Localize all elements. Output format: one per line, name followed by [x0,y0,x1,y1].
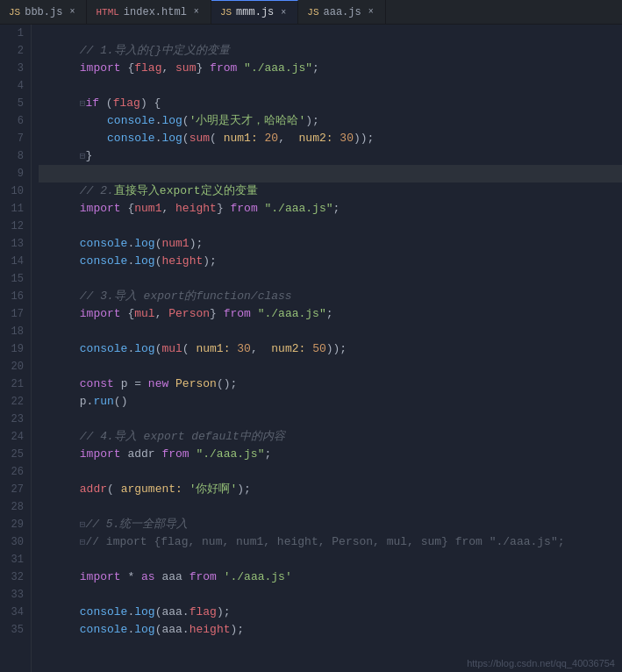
line-num-34: 34 [4,604,24,621]
line-num-29: 29 [4,516,24,533]
line-num-14: 14 [4,253,24,270]
code-line-9: // 2.直接导入export定义的变量 [39,165,622,182]
watermark: https://blog.csdn.net/qq_40036754 [467,658,615,668]
line-num-9: 9 [4,165,24,182]
tab-icon-mmm: JS [220,7,232,18]
tab-close-mmm[interactable]: × [278,7,289,18]
line-num-31: 31 [4,551,24,568]
tab-label-aaa: aaa.js [324,6,361,18]
code-line-15: // 3.导入 export的function/class [39,270,622,288]
line-num-20: 20 [4,358,24,375]
code-line-18: console.log(mul( num1: 30, num2: 50)); [39,323,622,340]
line-num-17: 17 [4,305,24,323]
line-num-25: 25 [4,446,24,463]
line-num-26: 26 [4,463,24,481]
tab-icon-index: HTML [96,7,118,18]
line-num-11: 11 [4,200,24,218]
code-line-8 [39,147,622,165]
tab-aaa[interactable]: JS aaa.js × [298,0,385,24]
line-num-21: 21 [4,375,24,393]
tab-bbb[interactable]: JS bbb.js × [0,0,87,24]
line-num-2: 2 [4,42,24,60]
line-num-28: 28 [4,498,24,516]
line-num-23: 23 [4,411,24,428]
line-num-8: 8 [4,147,24,165]
code-line-12: console.log(num1); [39,218,622,235]
tab-index[interactable]: HTML index.html × [87,0,211,24]
tab-icon-aaa: JS [307,7,318,18]
code-line-20: const p = new Person(); [39,358,622,375]
code-line-23: // 4.导入 export default中的内容 [39,411,622,428]
line-num-24: 24 [4,428,24,446]
line-num-33: 33 [4,586,24,604]
line-num-10: 10 [4,182,24,200]
tab-close-aaa[interactable]: × [366,6,376,18]
line-numbers: 1 2 3 4 5 6 7 8 9 10 11 12 13 14 15 16 1… [0,25,32,672]
line-num-6: 6 [4,112,24,130]
tab-close-index[interactable]: × [191,6,202,18]
line-num-4: 4 [4,77,24,95]
line-num-1: 1 [4,25,24,42]
line-num-15: 15 [4,270,24,288]
line-num-35: 35 [4,621,24,639]
code-line-4: ⊟if (flag) { [39,77,622,95]
code-line-31: import * as aaa from './aaa.js' [39,551,622,568]
line-num-13: 13 [4,235,24,253]
line-num-3: 3 [4,60,24,77]
code-line-33: console.log(aaa.flag); [39,586,622,604]
line-num-7: 7 [4,130,24,147]
line-num-32: 32 [4,568,24,586]
line-num-16: 16 [4,288,24,305]
line-num-19: 19 [4,340,24,358]
tab-icon-bbb: JS [9,7,20,18]
code-area[interactable]: // 1.导入的{}中定义的变量 import {flag, sum} from… [32,25,622,672]
line-num-22: 22 [4,393,24,411]
tab-label-index: index.html [124,6,187,18]
line-num-5: 5 [4,95,24,112]
code-line-1: // 1.导入的{}中定义的变量 [39,25,622,42]
line-num-12: 12 [4,218,24,235]
line-num-18: 18 [4,323,24,340]
editor: 1 2 3 4 5 6 7 8 9 10 11 12 13 14 15 16 1… [0,25,622,672]
code-line-28: ⊟// 5.统一全部导入 [39,498,622,516]
tab-bar: JS bbb.js × HTML index.html × JS mmm.js … [0,0,622,25]
tab-close-bbb[interactable]: × [67,6,77,18]
tab-label-mmm: mmm.js [236,6,274,18]
tab-label-bbb: bbb.js [25,6,62,18]
code-line-26: addr( argument: '你好啊'); [39,463,622,481]
line-num-30: 30 [4,533,24,551]
tab-mmm[interactable]: JS mmm.js × [211,0,298,24]
line-num-27: 27 [4,481,24,498]
